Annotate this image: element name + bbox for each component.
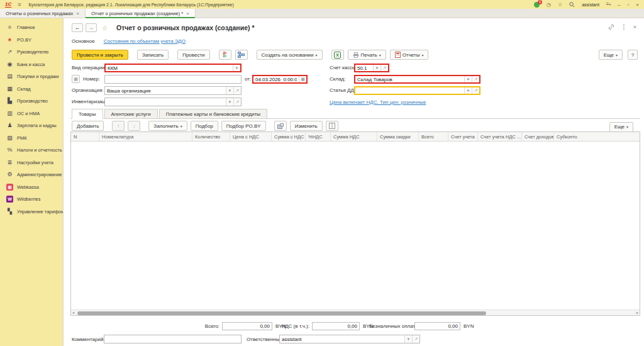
open-link-icon[interactable]: ↗	[233, 87, 241, 94]
post-and-close-button[interactable]: Провести и закрыть	[72, 50, 128, 60]
close-form-icon[interactable]: ×	[633, 24, 636, 30]
scroll-right-icon[interactable]: ▸	[636, 311, 638, 315]
sidebar-item[interactable]: ≡ Главное	[0, 21, 63, 34]
table-column-header[interactable]: N	[71, 132, 99, 141]
excel-export-button[interactable]: X	[331, 50, 344, 60]
move-up-button[interactable]: ↑	[112, 121, 125, 131]
forward-button[interactable]: →	[86, 23, 97, 32]
sidebar-item[interactable]: W Wildberries	[0, 193, 63, 206]
post-button[interactable]: Провести	[177, 50, 209, 60]
more-dots-icon[interactable]: ┆	[622, 24, 625, 30]
main-menu-icon[interactable]: ≡	[18, 2, 21, 8]
favorite-star-icon[interactable]: ☆	[102, 25, 108, 31]
total-input[interactable]	[223, 323, 272, 330]
open-link-icon[interactable]: ↗	[233, 98, 241, 106]
sidebar-item[interactable]: ◉ Банк и касса	[0, 59, 63, 71]
chevron-down-icon[interactable]: ▾	[464, 76, 472, 82]
dds-article-field[interactable]: ▾ ↗	[354, 86, 480, 95]
sidebar-item[interactable]: ▤ Покупки и продажи	[0, 70, 63, 83]
organization-input[interactable]	[105, 87, 226, 94]
minimize-button[interactable]: –	[618, 2, 620, 8]
warehouse-input[interactable]	[355, 76, 464, 82]
sidebar-item[interactable]: ∗ PO.BY	[0, 34, 63, 47]
sidebar-item[interactable]: ▨ РМК	[0, 132, 63, 145]
sidebar-item[interactable]: ▥ ОС и НМА	[0, 108, 63, 120]
horizontal-scrollbar[interactable]: ◂ ▸	[71, 310, 640, 315]
table-column-header[interactable]: Количество	[192, 132, 230, 141]
table-column-header[interactable]: Сумма НДС	[331, 132, 377, 141]
number-toggle-button[interactable]: ▦	[72, 75, 80, 83]
chevron-down-icon[interactable]: ▾	[404, 335, 412, 343]
comment-field[interactable]	[104, 335, 242, 343]
fill-button[interactable]: Заполнить▾	[148, 121, 187, 131]
chevron-down-icon[interactable]: ▾	[226, 87, 233, 94]
date-input[interactable]	[253, 76, 299, 82]
organization-field[interactable]: ▾ ↗	[104, 86, 242, 95]
cash-account-input[interactable]	[355, 65, 373, 71]
favorites-star-icon[interactable]: ☆	[558, 2, 562, 8]
dt-kt-button[interactable]: ДтКт	[219, 50, 231, 60]
document-structure-button[interactable]	[235, 50, 248, 60]
sidebar-item[interactable]: ↗ Руководителю	[0, 46, 63, 59]
sidebar-item[interactable]: ▙ Производство	[0, 95, 63, 108]
responsible-field[interactable]: ▾ ↗	[279, 335, 420, 343]
tab-close-icon[interactable]: ×	[186, 11, 189, 16]
nav-main-tab[interactable]: Основное	[72, 38, 95, 44]
edit-button[interactable]: Изменить	[290, 121, 323, 131]
tab-close-icon[interactable]: ×	[76, 11, 79, 16]
sidebar-item[interactable]: ▦ Склад	[0, 83, 63, 96]
number-input[interactable]	[105, 75, 241, 83]
pick-button[interactable]: Подбор	[191, 121, 218, 131]
cashless-input[interactable]	[415, 323, 460, 330]
link-icon[interactable]	[608, 24, 614, 30]
settings-icon[interactable]: ≡▾	[606, 1, 611, 8]
sidebar-item[interactable]: ≣ Настройки учета	[0, 157, 63, 169]
table-column-header[interactable]: Всего	[419, 132, 448, 141]
total-field[interactable]	[222, 322, 272, 330]
pick-poby-button[interactable]: Подбор PO.BY	[221, 121, 266, 131]
price-includes-vat-link[interactable]: Цена включает НДС. Тип цен: розничные	[330, 99, 426, 105]
responsible-input[interactable]	[280, 335, 404, 343]
vat-input[interactable]	[313, 323, 359, 330]
vat-field[interactable]	[312, 322, 360, 330]
table-tab[interactable]: Агентские услуги	[104, 109, 158, 118]
table-column-header[interactable]: Сумма с НДС	[272, 132, 306, 141]
current-user[interactable]: assistant	[582, 3, 599, 7]
open-link-icon[interactable]: ↗	[472, 87, 479, 94]
search-icon[interactable]	[569, 2, 575, 8]
window-tab[interactable]: Отчеты о розничных продажах ×	[0, 9, 86, 18]
table-tab[interactable]: Платежные карты и банковские кредиты	[159, 109, 267, 118]
number-field[interactable]	[104, 75, 242, 84]
sidebar-item[interactable]: % Налоги и отчетность	[0, 144, 63, 157]
date-field[interactable]: ▦	[252, 75, 308, 84]
sidebar-item[interactable]: ⚙ Администрирование	[0, 169, 63, 181]
sidebar-item[interactable]: ▚ Управление тарифом	[0, 206, 63, 218]
table-column-header[interactable]: Счет доходов	[522, 132, 554, 141]
open-link-icon[interactable]: ↗	[380, 65, 388, 71]
open-link-icon[interactable]: ↗	[412, 335, 419, 343]
sidebar-item[interactable]: ▦ Webkassa	[0, 181, 63, 194]
scroll-left-icon[interactable]: ◂	[72, 311, 74, 315]
edo-states-link[interactable]: Состояния по объектам учета ЭДО	[104, 38, 186, 44]
operation-field[interactable]: ▾	[104, 64, 242, 72]
sidebar-item[interactable]: ♟ Зарплата и кадры	[0, 120, 63, 132]
create-based-on-button[interactable]: Создать на основании▾	[257, 50, 323, 60]
table-column-header[interactable]: Сумма скидки	[377, 132, 419, 141]
warehouse-field[interactable]: ▾ ↗	[354, 75, 480, 84]
history-icon[interactable]: ◷	[547, 2, 551, 8]
inventory-input[interactable]	[105, 98, 226, 106]
more-button[interactable]: Еще▾	[599, 50, 623, 60]
notifications-icon[interactable]: 1	[534, 2, 540, 8]
scanner-import-button[interactable]	[274, 121, 287, 131]
back-button[interactable]: ←	[72, 23, 83, 32]
scrollbar-thumb[interactable]	[77, 311, 486, 315]
table-column-header[interactable]: Цена с НДС	[230, 132, 272, 141]
comment-input[interactable]	[104, 335, 241, 343]
operation-input[interactable]	[106, 65, 233, 71]
window-tab[interactable]: Отчет о розничных продажах (создание) * …	[86, 9, 196, 18]
reports-button[interactable]: Отчеты▾	[390, 50, 429, 60]
chevron-down-icon[interactable]: ▾	[226, 98, 233, 106]
chevron-down-icon[interactable]: ▾	[233, 65, 240, 71]
cashless-field[interactable]	[414, 322, 460, 330]
add-row-button[interactable]: Добавить	[72, 121, 104, 131]
